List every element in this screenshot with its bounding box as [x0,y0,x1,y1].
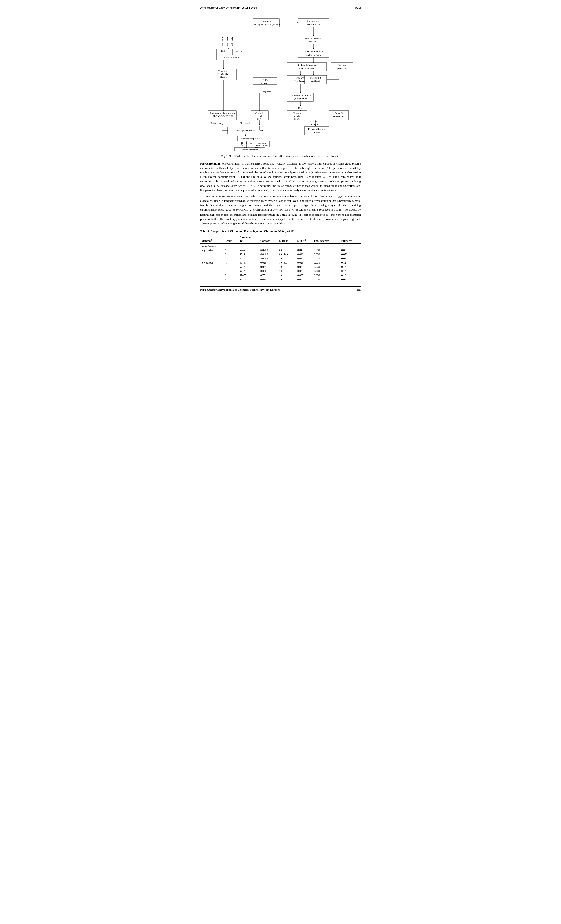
svg-text:Treat with: Treat with [295,76,305,79]
svg-text:Chromite: Chromite [262,20,271,22]
table-row: B 67–75 0.025 1.0 0.025 0.030 0.12 [200,265,361,269]
svg-text:Electrolytic chromium: Electrolytic chromium [234,129,256,132]
svg-text:oxide: oxide [294,115,300,117]
svg-text:Other Cr: Other Cr [334,112,343,114]
col-carbon: Carbond [259,235,278,243]
col-material: Materialb [200,235,223,243]
table-row: B 55–64 4.0–6.0 8.0–14.0 0.040 0.030 0.0… [200,252,361,256]
sulfur-A-hc: 0.040 [296,248,313,252]
subgroup-label: high carbon [200,248,223,252]
header-vol: Vol 6 [355,7,361,10]
subgroup-label-lc: low carbon [200,261,223,265]
flowchart-svg: text { font-family: "Times New Roman", s… [204,16,357,151]
svg-text:Na₂Cr₂O₇· 2H₂O: Na₂Cr₂O₇· 2H₂O [299,67,315,70]
footer-encyclopedia-name: Kirk-Othmer Encyclopedia of Chemical Tec… [200,288,280,291]
svg-text:(Fe, Mg)O { (Cr, Fe, Al)₂O₃: (Fe, Mg)O { (Cr, Fe, Al)₂O₃ [252,23,280,26]
svg-text:H: H [241,141,243,144]
page-footer: Kirk-Othmer Encyclopedia of Chemical Tec… [200,286,361,291]
svg-text:Pyrometallurgical: Pyrometallurgical [308,128,326,130]
col-chromium: Chro-miumc [238,235,259,243]
svg-text:Electrolysis: Electrolysis [240,122,251,124]
svg-text:Electrolysis: Electrolysis [260,90,271,93]
svg-text:processes: processes [338,67,347,70]
para1-text: Ferrochromium, also called ferrochrome a… [200,162,361,192]
svg-text:at 200ᵒC: at 200ᵒC [261,82,270,85]
svg-text:Chromic: Chromic [255,112,264,114]
svg-text:Hi C: Hi C [221,50,225,52]
svg-text:H₂SO₄ or CO₂: H₂SO₄ or CO₂ [306,54,321,56]
phosphorus-A-hc: 0.030 [313,248,340,252]
carbon-A-hc: 6.0–8.0 [259,248,278,252]
svg-text:Air roast with: Air roast with [307,20,320,22]
table-row: D 67–75 0.75 1.0 0.025 0.030 0.12 [200,273,361,278]
svg-text:acid: acid [258,115,262,117]
body-para-2: Low carbon ferrochromium cannot be made … [200,194,361,226]
header-title: CHROMIUM AND CHROMIUM ALLOYS [200,7,257,10]
group-ferrochromium: ferrochromium [200,243,361,248]
table-header-row: Materialb Grade Chro-miumc Carbond Silic… [200,235,361,243]
col-grade: Grade [223,235,238,243]
svg-text:Vacuum: Vacuum [258,141,266,144]
col-sulfur: Sulfurd [296,235,313,243]
svg-text:Ammonium chrome alum: Ammonium chrome alum [210,112,235,114]
svg-text:Ductile chromium: Ductile chromium [241,148,259,151]
svg-text:Treat with: Treat with [218,70,228,72]
svg-text:H₂SO₄: H₂SO₄ [262,79,268,81]
svg-text:Si: Si [319,120,321,123]
svg-text:Chromic: Chromic [293,112,302,114]
subgroup-high-carbon: high carbon A 52–58 6.0–8.0 6.0 0.040 0.… [200,248,361,252]
nitrogen-A-hc: 0.050 [340,248,361,252]
svg-text:Na₂CrO₄: Na₂CrO₄ [309,40,318,43]
svg-text:Na₂CO₃ + CaO: Na₂CO₃ + CaO [306,23,321,26]
col-phosphorus: Phos-phorusd [313,235,340,243]
svg-text:Electrolysis: Electrolysis [211,122,222,124]
svg-text:reduction: reduction [231,37,233,46]
page-header: CHROMIUM AND CHROMIUM ALLOYS Vol 6 [200,7,361,10]
svg-text:(NH₄)₂SO₄ +: (NH₄)₂SO₄ + [217,73,230,75]
svg-text:reduction: reduction [221,37,224,46]
chromium-A-hc: 52–58 [238,248,259,252]
svg-text:and leach: and leach [311,80,320,82]
svg-text:Cr₂O₃: Cr₂O₃ [294,118,300,120]
svg-text:Various: Various [338,64,346,66]
svg-text:Sodium dichromate: Sodium dichromate [297,64,316,66]
svg-text:Ammonium dichromate: Ammonium dichromate [289,94,312,97]
svg-text:with carbon: with carbon [256,144,268,147]
table-title: Table 4. Composition of Chromium Ferroal… [200,229,361,233]
svg-text:Sodium chromate: Sodium chromate [305,37,322,40]
svg-text:Ferrochromium: Ferrochromium [224,56,239,59]
svg-text:C: C [310,120,312,123]
figure-caption: Fig. 1. Simplified flow chart for the pr… [200,154,361,158]
svg-text:Heat: Heat [298,107,303,110]
subgroup-low-carbon: low carbon A 60–67 0.025 1.0–8.0 0.025 0… [200,261,361,265]
table-section: Table 4. Composition of Chromium Ferroal… [200,229,361,282]
table-row: C 62–72 4.0–9.5 3.0 0.060 0.030 0.050 [200,256,361,261]
col-nitrogen: Nitrogend [340,235,361,243]
para2-text: Low carbon ferrochromium cannot be made … [200,195,361,225]
svg-text:Purification processes: Purification processes [242,137,262,140]
table-row-last: E 67–72 0.020 2.0 0.030 0.030 0.050 [200,278,361,282]
footer-page-number: 115 [357,288,361,291]
table-row: C 67–75 0.050 1.0 0.025 0.030 0.12 [200,269,361,273]
col-silicon: Silicond [278,235,296,243]
silicon-A-hc: 6.0 [278,248,296,252]
svg-text:NH₄Cr(SO₄)₂· 12H₂O: NH₄Cr(SO₄)₂· 12H₂O [212,115,233,118]
svg-text:(NH₄)₂Cr₂O₇: (NH₄)₂Cr₂O₇ [294,97,307,100]
group-label: ferrochromium [200,243,361,248]
body-para-1: Ferrochromium. Ferrochromium, also calle… [200,162,361,192]
svg-text:Leach and treat with: Leach and treat with [304,50,324,53]
svg-text:Fuse with S: Fuse with S [310,76,321,79]
data-table: Materialb Grade Chro-miumc Carbond Silic… [200,234,361,282]
svg-text:H₂SO₄: H₂SO₄ [220,75,227,78]
flowchart: text { font-family: "Times New Roman", s… [200,14,361,152]
grade-A: A [223,248,238,252]
svg-text:compounds: compounds [333,115,345,117]
svg-text:Cr metal: Cr metal [313,131,321,134]
svg-text:Low C: Low C [236,50,243,52]
para1-first-word: Ferrochromium. [200,162,220,165]
svg-line-112 [241,144,245,148]
